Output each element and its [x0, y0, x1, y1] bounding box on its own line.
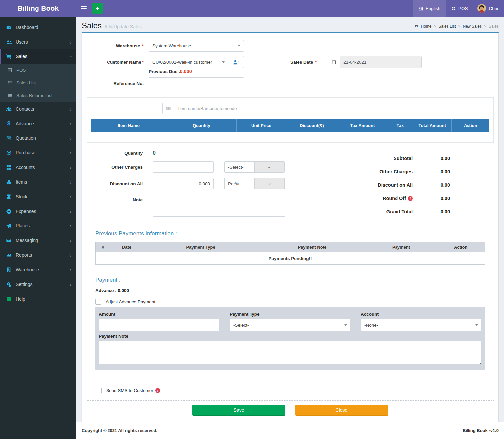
items-table: Item Name Quantity Unit Price Discount(₹…	[91, 119, 489, 132]
other-charges-total-row: Other Charges 0.00	[323, 165, 494, 178]
gears-icon	[6, 282, 12, 287]
copyright-text: Copyright © 2021 All rights reserved.	[82, 428, 157, 433]
caret-down-icon	[344, 324, 347, 326]
amount-input[interactable]	[99, 319, 220, 331]
sidebar-item-sales[interactable]: Sales ‹	[0, 49, 76, 64]
sidebar-item-dashboard[interactable]: Dashboard	[0, 20, 76, 35]
hourglass-icon	[6, 194, 12, 200]
sidebar-item-pos[interactable]: POS	[0, 64, 76, 76]
warehouse-select[interactable]: System Warehouse	[149, 40, 244, 52]
discount-total-value: 0.00	[413, 182, 450, 188]
sidebar-item-users[interactable]: Users ‹	[0, 35, 76, 49]
breadcrumb-home[interactable]: Home	[421, 24, 432, 29]
payment-note-textarea[interactable]	[99, 341, 482, 365]
sidebar-item-places[interactable]: Places ‹	[0, 219, 76, 233]
adjust-advance-row: Adjust Advance Payment	[95, 299, 485, 305]
col-quantity: Quantity	[167, 119, 236, 132]
sidebar-item-purchase[interactable]: Purchase ‹	[0, 145, 76, 160]
col-total-amount: Total Amount	[413, 119, 451, 132]
send-sms-row: Send SMS to Customer i	[95, 388, 485, 393]
other-charges-input[interactable]	[153, 161, 214, 173]
discount-unit-select[interactable]: Per%	[224, 178, 285, 189]
sidebar-item-warehouse[interactable]: Warehouse ‹	[0, 262, 76, 277]
reference-label: Reference No.	[87, 81, 144, 86]
sidebar-item-accounts[interactable]: Accounts ‹	[0, 160, 76, 175]
adjust-advance-checkbox[interactable]	[95, 299, 101, 305]
calendar-icon-box[interactable]	[328, 56, 340, 68]
sidebar-item-reports[interactable]: Reports ‹	[0, 248, 76, 262]
calendar-icon	[331, 60, 336, 65]
sidebar-item-sales-list[interactable]: Sales List	[0, 76, 76, 89]
col-item-name: Item Name	[91, 119, 167, 132]
save-button[interactable]: Save	[192, 405, 285, 416]
quick-add-button[interactable]: +	[92, 3, 103, 14]
send-sms-checkbox[interactable]	[96, 388, 102, 393]
other-charges-row: Other Charges -Select-	[87, 161, 323, 173]
minus-circle-icon	[6, 209, 12, 214]
sidebar-item-help[interactable]: Help	[0, 292, 76, 306]
warehouse-label: Warehouse	[116, 44, 140, 48]
sidebar-item-messaging[interactable]: Messaging ‹	[0, 233, 76, 248]
quantity-row: Quantity 0	[87, 150, 323, 156]
close-button[interactable]: Close	[295, 405, 388, 416]
brand-logo[interactable]: Billing Book	[0, 0, 76, 17]
breadcrumb-new-sales[interactable]: New Sales	[463, 24, 482, 29]
list-icon	[7, 93, 12, 98]
account-select[interactable]: -None-	[361, 319, 482, 331]
warehouse-row: Warehouse * System Warehouse	[87, 40, 494, 52]
customer-select[interactable]: CU/02/0001-Walk-in customer	[149, 56, 228, 68]
divider	[87, 400, 494, 401]
info-icon[interactable]: i	[408, 196, 413, 201]
sidebar-item-quotation[interactable]: Quotation ‹	[0, 131, 76, 145]
select-arrow-icon	[254, 178, 285, 189]
sidebar-item-stock[interactable]: Stock ‹	[0, 189, 76, 204]
add-customer-button[interactable]	[228, 56, 244, 68]
pos-shortcut[interactable]: POS	[446, 0, 473, 17]
payments-pending-message: Payments Pending!!	[96, 252, 485, 265]
sidebar-item-advance[interactable]: $ Advance ‹	[0, 116, 76, 131]
pp-col-type: Payment Type	[143, 242, 258, 252]
discount-row: Discount on All Per%	[87, 178, 323, 189]
round-off-row: Round Offi 0.00	[323, 192, 494, 205]
totals-summary: Subtotal 0.00 Other Charges 0.00 Discoun…	[323, 150, 494, 222]
sidebar-item-contacts[interactable]: Contacts ‹	[0, 102, 76, 116]
col-action: Action	[452, 119, 489, 132]
chevron-left-icon: ‹	[69, 106, 71, 112]
user-menu[interactable]: Chris	[473, 0, 504, 17]
sales-date-input[interactable]	[340, 56, 422, 68]
sidebar-item-expenses[interactable]: Expenses ‹	[0, 204, 76, 219]
chevron-left-icon: ‹	[69, 121, 71, 127]
sidebar-item-items[interactable]: Items ‹	[0, 175, 76, 189]
amount-label: Amount	[99, 312, 220, 317]
note-label: Note	[87, 195, 143, 202]
sidebar-item-sales-returns-list[interactable]: Sales Returns List	[0, 89, 76, 102]
sales-submenu: POS Sales List Sales Returns List	[0, 64, 76, 102]
user-plus-icon	[233, 59, 239, 65]
barcode-icon-box	[163, 103, 175, 114]
pp-col-action: Action	[436, 242, 485, 252]
info-icon[interactable]: i	[155, 388, 160, 393]
discount-input[interactable]	[153, 178, 214, 189]
page-subtitle: Add/Update Sales	[104, 24, 142, 29]
reference-input[interactable]	[149, 77, 244, 89]
send-sms-label: Send SMS to Customer	[106, 388, 153, 393]
other-charges-select[interactable]: -Select-	[224, 161, 285, 173]
col-discount: Discount(₹)	[286, 119, 337, 132]
note-textarea[interactable]	[153, 195, 285, 217]
plus-square-icon	[7, 68, 12, 73]
envelope-icon	[6, 238, 12, 243]
cart-icon	[6, 54, 12, 59]
breadcrumb-sales-list[interactable]: Sales List	[439, 24, 456, 29]
sidebar-item-settings[interactable]: Settings ‹	[0, 277, 76, 292]
chevron-left-icon: ‹	[69, 282, 71, 287]
advance-amount: Advance : 0.000	[95, 288, 485, 293]
pp-col-index: #	[96, 242, 110, 252]
chevron-left-icon: ‹	[69, 165, 71, 170]
payment-panel: Amount Payment Type -Select- Account	[95, 307, 485, 370]
language-menu[interactable]: English	[413, 0, 446, 17]
items-panel: Item Name Quantity Unit Price Discount(₹…	[87, 97, 494, 143]
sidebar-toggle-button[interactable]	[76, 0, 91, 17]
item-search-input[interactable]	[175, 103, 418, 114]
payment-type-select[interactable]: -Select-	[230, 319, 351, 331]
content-header: Sales Add/Update Sales Home > Sales List…	[76, 17, 504, 32]
